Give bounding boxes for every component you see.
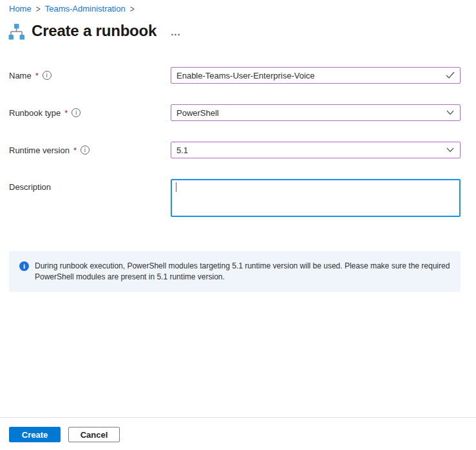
required-asterisk: * — [35, 71, 39, 80]
name-control — [171, 67, 461, 84]
name-label: Name — [9, 71, 32, 80]
runtime-version-info-icon[interactable] — [81, 145, 90, 155]
required-asterisk: * — [64, 108, 68, 118]
breadcrumb-separator: > — [36, 3, 41, 14]
form-row-name: Name * — [9, 67, 461, 84]
more-actions-button[interactable]: ... — [171, 27, 181, 37]
description-textarea[interactable] — [171, 179, 461, 217]
runtime-version-selected-value: 5.1 — [176, 145, 188, 155]
chevron-down-icon — [446, 147, 454, 153]
runbook-type-control: PowerShell — [171, 104, 461, 121]
breadcrumb: Home > Teams-Administration > — [9, 4, 135, 14]
field-label-runbook-type: Runbook type * — [9, 108, 171, 118]
info-badge-icon — [19, 261, 29, 271]
chevron-down-icon — [446, 110, 454, 115]
page-header: Create a runbook ... — [8, 21, 181, 41]
form-row-runbook-type: Runbook type * PowerShell — [9, 104, 461, 121]
footer-actions: Create Cancel — [9, 427, 120, 442]
description-control — [171, 179, 461, 220]
page-title: Create a runbook — [32, 22, 157, 40]
runbook-type-selected-value: PowerShell — [176, 108, 219, 118]
required-asterisk: * — [73, 145, 77, 155]
runbook-type-dropdown[interactable]: PowerShell — [171, 104, 461, 121]
cancel-button[interactable]: Cancel — [68, 427, 120, 442]
name-input[interactable] — [171, 67, 461, 84]
create-runbook-form: Name * Runbook type * PowerShell — [9, 67, 461, 240]
runtime-version-dropdown[interactable]: 5.1 — [171, 142, 461, 158]
info-banner: During runbook execution, PowerShell mod… — [9, 251, 461, 292]
runbook-type-info-icon[interactable] — [71, 108, 81, 117]
field-label-description: Description — [9, 179, 171, 192]
description-label: Description — [9, 182, 51, 192]
field-label-name: Name * — [9, 71, 171, 80]
runtime-version-label: Runtime version — [9, 145, 70, 155]
breadcrumb-link-home[interactable]: Home — [9, 4, 32, 14]
create-button[interactable]: Create — [9, 427, 61, 442]
footer-divider — [0, 417, 476, 418]
breadcrumb-separator: > — [130, 3, 135, 14]
form-row-runtime-version: Runtime version * 5.1 — [9, 142, 461, 158]
breadcrumb-link-teams-administration[interactable]: Teams-Administration — [45, 4, 126, 14]
runbook-type-label: Runbook type — [9, 108, 61, 118]
field-label-runtime-version: Runtime version * — [9, 145, 171, 155]
runtime-version-control: 5.1 — [171, 142, 461, 158]
info-banner-text: During runbook execution, PowerShell mod… — [35, 261, 450, 283]
runbook-icon — [8, 23, 25, 41]
form-row-description: Description — [9, 179, 461, 220]
name-info-icon[interactable] — [43, 71, 52, 80]
